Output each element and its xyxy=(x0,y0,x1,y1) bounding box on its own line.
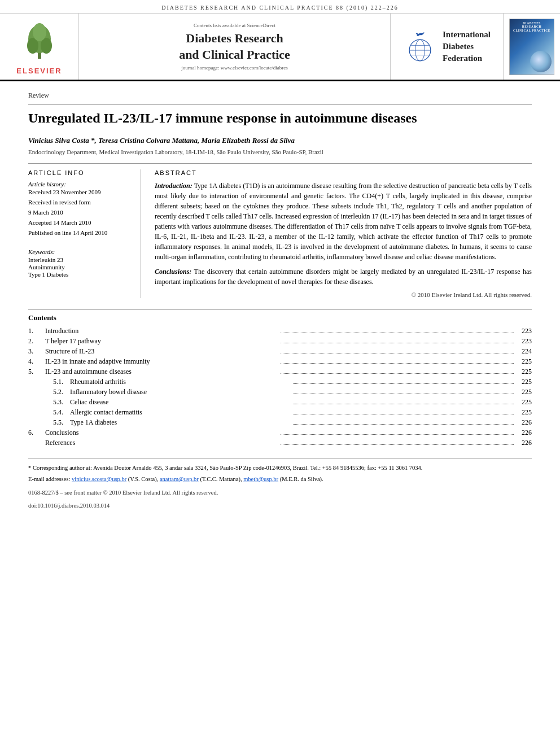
toc-dots xyxy=(293,424,514,425)
toc-item-4: 4. IL-23 in innate and adaptive immunity… xyxy=(28,357,532,366)
section-divider xyxy=(28,163,532,164)
toc-item-5-1: 5.1. Rheumatoid arthritis 225 xyxy=(28,378,532,386)
toc-item-1: 1. Introduction 223 xyxy=(28,327,532,335)
toc-num: 5.5. xyxy=(53,418,70,427)
toc-page: 226 xyxy=(516,418,532,427)
header-row: ELSEVIER Contents lists available at Sci… xyxy=(0,14,560,81)
toc-dots xyxy=(293,414,514,414)
contents-section: Contents 1. Introduction 223 2. T helper… xyxy=(28,309,532,447)
main-content: Review Unregulated IL-23/IL-17 immune re… xyxy=(0,81,560,516)
toc-label: References xyxy=(45,439,278,447)
published-date: Published on line 14 April 2010 xyxy=(28,229,132,236)
history-label: Article history: xyxy=(28,181,132,187)
journal-title: Diabetes Research and Clinical Practice xyxy=(179,30,290,63)
toc-page: 223 xyxy=(516,337,532,346)
abstract-conclusions: Conclusions: The discovery that certain … xyxy=(155,267,532,287)
toc-num: 1. xyxy=(28,327,45,335)
doi-info: doi:10.1016/j.diabres.2010.03.014 xyxy=(28,501,532,510)
toc-item-3: 3. Structure of IL-23 224 xyxy=(28,347,532,356)
idf-text: International Diabetes Federation xyxy=(443,29,491,64)
elsevier-tree-icon xyxy=(23,22,56,64)
journal-cover-thumbnail: DIABETES RESEARCH CLINICAL PRACTICE xyxy=(504,14,560,80)
email-2[interactable]: anattam@usp.br xyxy=(160,476,199,482)
title-divider xyxy=(28,104,532,105)
toc-dots xyxy=(281,434,514,435)
page-container: Diabetes Research and Clinical Practice … xyxy=(0,0,560,747)
affiliation: Endocrinology Department, Medical Invest… xyxy=(28,148,532,155)
toc-num: 5.2. xyxy=(53,388,70,396)
toc-label: Introduction xyxy=(45,327,278,335)
toc-num: 6. xyxy=(28,429,45,437)
toc-dots xyxy=(281,343,514,343)
toc-dots xyxy=(281,333,514,333)
revised-label: Received in revised form xyxy=(28,199,132,206)
elsevier-logo-section: ELSEVIER xyxy=(0,14,79,80)
toc-label: T helper 17 pathway xyxy=(45,337,278,346)
toc-label: Rheumatoid arthritis xyxy=(70,378,291,386)
toc-num: 5.1. xyxy=(53,378,70,386)
revised-date: 9 March 2010 xyxy=(28,209,132,216)
toc-dots xyxy=(281,363,514,364)
email-3[interactable]: mbeth@usp.br xyxy=(243,476,278,482)
toc-item-5-3: 5.3. Celiac disease 225 xyxy=(28,398,532,407)
toc-item-5-2: 5.2. Inflammatory bowel disease 225 xyxy=(28,388,532,396)
journal-topbar-text: Diabetes Research and Clinical Practice … xyxy=(161,5,398,11)
toc-num: 4. xyxy=(28,357,45,366)
elsevier-label: ELSEVIER xyxy=(16,67,62,75)
toc-item-5: 5. IL-23 and autoimmune diseases 225 xyxy=(28,368,532,376)
toc-item-5-4: 5.4. Allergic contact dermatitis 225 xyxy=(28,408,532,417)
email-1[interactable]: vinicius.scosta@usp.br xyxy=(72,476,126,482)
article-info-column: Article Info Article history: Received 2… xyxy=(28,169,141,298)
abstract-column: Abstract Introduction: Type 1A diabetes … xyxy=(155,169,532,298)
toc-dots xyxy=(293,394,514,394)
copyright-notice: © 2010 Elsevier Ireland Ltd. All rights … xyxy=(155,291,532,298)
footnotes-section: * Corresponding author at: Avenida Douto… xyxy=(28,458,532,510)
toc-page: 225 xyxy=(516,388,532,396)
cover-title: DIABETES RESEARCH CLINICAL PRACTICE xyxy=(513,21,550,33)
abstract-heading: Abstract xyxy=(155,169,532,176)
authors: Vinicius Silva Costa *, Teresa Cristina … xyxy=(28,136,532,145)
svg-point-4 xyxy=(33,23,46,41)
keyword-2: Autoimmunity xyxy=(28,264,132,270)
toc-item-6: 6. Conclusions 226 xyxy=(28,429,532,437)
toc-page: 225 xyxy=(516,368,532,376)
toc-num: 3. xyxy=(28,347,45,356)
toc-page: 223 xyxy=(516,327,532,335)
sciencedirect-note: Contents lists available at ScienceDirec… xyxy=(194,23,275,28)
received-date: Received 23 November 2009 xyxy=(28,189,132,195)
toc-num: 5.4. xyxy=(53,408,70,417)
toc-item-references: References 226 xyxy=(28,439,532,447)
header-journal-section: Contents lists available at ScienceDirec… xyxy=(79,14,391,80)
toc-label: Celiac disease xyxy=(70,398,291,407)
toc-label: Inflammatory bowel disease xyxy=(70,388,291,396)
journal-topbar: Diabetes Research and Clinical Practice … xyxy=(0,0,560,14)
idf-globe-icon xyxy=(403,30,437,64)
contents-heading: Contents xyxy=(28,313,532,322)
toc-item-5-5: 5.5. Type 1A diabetes 226 xyxy=(28,418,532,427)
toc-page: 226 xyxy=(516,439,532,447)
accepted-date: Accepted 14 March 2010 xyxy=(28,219,132,226)
article-info-heading: Article Info xyxy=(28,169,132,176)
journal-homepage: journal homepage: www.elsevier.com/locat… xyxy=(181,65,287,71)
toc-label: Structure of IL-23 xyxy=(45,347,278,356)
toc-page: 225 xyxy=(516,357,532,366)
toc-num: 5. xyxy=(28,368,45,376)
toc-label: Allergic contact dermatitis xyxy=(70,408,291,417)
keyword-1: Interleukin 23 xyxy=(28,256,132,263)
toc-dots xyxy=(293,404,514,404)
email-note: E-mail addresses: vinicius.scosta@usp.br… xyxy=(28,475,532,484)
two-col-layout: Article Info Article history: Received 2… xyxy=(28,169,532,298)
toc-page: 225 xyxy=(516,378,532,386)
article-type: Review xyxy=(28,91,532,100)
corresponding-author-note: * Corresponding author at: Avenida Douto… xyxy=(28,464,532,473)
toc-item-2: 2. T helper 17 pathway 223 xyxy=(28,337,532,346)
keywords-label: Keywords: xyxy=(28,248,132,255)
toc-label: IL-23 in innate and adaptive immunity xyxy=(45,357,278,366)
keyword-3: Type 1 Diabetes xyxy=(28,271,132,278)
toc-dots xyxy=(281,444,514,445)
journal-cover-box: DIABETES RESEARCH CLINICAL PRACTICE xyxy=(509,19,554,75)
abstract-intro: Introduction: Type 1A diabetes (T1D) is … xyxy=(155,181,532,262)
toc-dots xyxy=(293,383,514,384)
toc-num: 2. xyxy=(28,337,45,346)
toc-page: 225 xyxy=(516,408,532,417)
